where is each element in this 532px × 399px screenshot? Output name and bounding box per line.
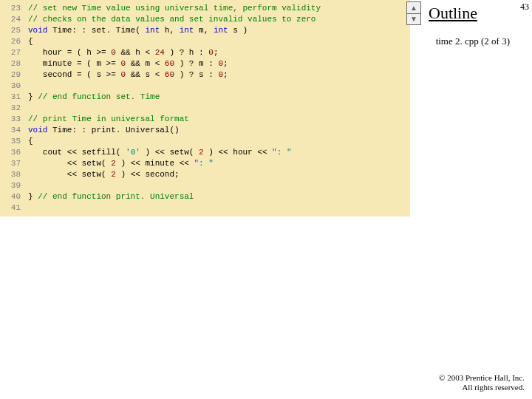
line-number: 24 [0,14,28,25]
code-content: << setw( 2 ) << second; [28,169,180,180]
line-number: 32 [0,103,28,114]
code-line: 37 << setw( 2 ) << minute << ": " [0,158,410,169]
code-content: minute = ( m >= 0 && m < 60 ) ? m : 0; [28,58,228,69]
code-line: 41 [0,202,410,214]
line-number: 33 [0,114,28,125]
code-line: 33// print Time in universal format [0,114,410,125]
code-block: 23// set new Time value using universal … [0,0,410,216]
nav-up-icon[interactable]: ▲ [407,2,420,14]
code-line: 23// set new Time value using universal … [0,3,410,14]
code-content: second = ( s >= 0 && s < 60 ) ? s : 0; [28,69,228,81]
code-line: 28 minute = ( m >= 0 && m < 60 ) ? m : 0… [0,58,410,69]
code-content: { [28,36,33,47]
code-content: } // end function print. Universal [28,191,194,202]
line-number: 41 [0,202,28,214]
code-line: 24// checks on the data values and set i… [0,14,410,25]
line-number: 25 [0,25,28,36]
code-line: 32 [0,103,410,114]
line-number: 23 [0,3,28,14]
page-number: 43 [520,1,529,13]
code-line: 40} // end function print. Universal [0,191,410,202]
code-line: 31} // end function set. Time [0,92,410,103]
line-number: 27 [0,47,28,58]
line-number: 31 [0,92,28,103]
code-line: 34void Time: : print. Universal() [0,125,410,136]
outline-title[interactable]: Outline [429,4,477,23]
line-number: 40 [0,191,28,202]
code-content: // set new Time value using universal ti… [28,3,321,14]
code-line: 39 [0,180,410,191]
line-number: 26 [0,36,28,47]
line-number: 35 [0,136,28,147]
code-content: << setw( 2 ) << minute << ": " [28,158,214,169]
line-number: 39 [0,180,28,191]
line-number: 29 [0,69,28,81]
line-number: 30 [0,81,28,92]
code-content: { [28,136,33,147]
code-content: void Time: : print. Universal() [28,125,180,136]
code-content: hour = ( h >= 0 && h < 24 ) ? h : 0; [28,47,218,58]
code-line: 26{ [0,36,410,47]
code-line: 25void Time: : set. Time( int h, int m, … [0,25,410,36]
code-line: 36 cout << setfill( '0' ) << setw( 2 ) <… [0,147,410,158]
code-line: 35{ [0,136,410,147]
code-line: 38 << setw( 2 ) << second; [0,169,410,180]
code-content: } // end function set. Time [28,92,160,103]
file-label: time 2. cpp (2 of 3) [406,35,510,47]
nav-down-icon[interactable]: ▼ [407,14,420,25]
copyright-line1: © 2003 Prentice Hall, Inc. [439,373,525,383]
code-content: cout << setfill( '0' ) << setw( 2 ) << h… [28,147,292,158]
nav-icons: ▲ ▼ [406,1,421,25]
line-number: 38 [0,169,28,180]
line-number: 34 [0,125,28,136]
line-number: 37 [0,158,28,169]
copyright-line2: All rights reserved. [439,383,525,393]
sidebar: ▲ ▼ Outline time 2. cpp (2 of 3) [406,1,510,47]
code-content: void Time: : set. Time( int h, int m, in… [28,25,248,36]
line-number: 28 [0,58,28,69]
line-number: 36 [0,147,28,158]
code-line: 27 hour = ( h >= 0 && h < 24 ) ? h : 0; [0,47,410,58]
copyright: © 2003 Prentice Hall, Inc. All rights re… [439,373,525,394]
code-line: 29 second = ( s >= 0 && s < 60 ) ? s : 0… [0,69,410,81]
code-line: 30 [0,81,410,92]
code-content: // checks on the data values and set inv… [28,14,316,25]
code-content: // print Time in universal format [28,114,189,125]
